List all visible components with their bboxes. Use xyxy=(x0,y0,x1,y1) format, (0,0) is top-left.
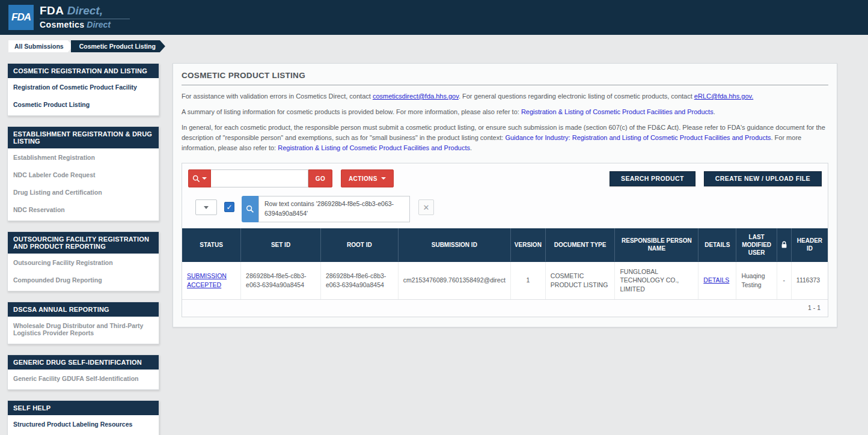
report-region: GO ACTIONS SEARCH PRODUCT CREATE NEW / U… xyxy=(182,163,828,317)
paragraph-text: A summary of listing information for cos… xyxy=(182,108,521,115)
brand-block: FDA Direct, Cosmetics Direct xyxy=(40,5,130,29)
results-table: STATUS SET ID ROOT ID SUBMISSION ID VERS… xyxy=(182,228,828,300)
brand-fda: FDA xyxy=(40,4,64,17)
breadcrumb-cosmetic-product-listing[interactable]: Cosmetic Product Listing xyxy=(71,40,165,52)
chevron-down-icon xyxy=(202,177,207,180)
sidebar-item-establishment-registration: Establishment Registration xyxy=(8,148,159,166)
col-header-document-type[interactable]: DOCUMENT TYPE xyxy=(545,228,615,262)
sidebar-item-registration-of-cosmetic-product-facility[interactable]: Registration of Cosmetic Product Facilit… xyxy=(8,78,159,96)
cell-root-id: 286928b4-f8e6-c8b3-e063-6394a90a8454 xyxy=(320,261,398,299)
actions-label: ACTIONS xyxy=(349,175,377,182)
cell-submission-id: cm2153476089.7601358492@direct xyxy=(398,261,510,299)
brand-cosmetics: Cosmetics xyxy=(40,20,84,29)
breadcrumb-all-submissions[interactable]: All Submissions xyxy=(8,40,73,52)
table-header-row: STATUS SET ID ROOT ID SUBMISSION ID VERS… xyxy=(182,228,828,262)
search-column-dropdown-button[interactable] xyxy=(188,169,211,187)
paragraph-text: For assistance with validation errors in… xyxy=(182,93,373,100)
sidebar-item-compounded-drug-reporting: Compounded Drug Reporting xyxy=(8,271,159,288)
section-title: DSCSA ANNUAL REPORTING xyxy=(8,302,159,317)
filter-search-icon-box xyxy=(242,196,258,222)
actions-button[interactable]: ACTIONS xyxy=(341,169,394,187)
col-header-submission-id[interactable]: SUBMISSION ID xyxy=(398,228,510,262)
filter-actions-dropdown[interactable] xyxy=(195,199,217,215)
create-new-upload-file-button[interactable]: CREATE NEW / UPLOAD FILE xyxy=(704,171,822,186)
sidebar-item-cosmetic-product-listing[interactable]: Cosmetic Product Listing xyxy=(8,96,159,113)
search-input[interactable] xyxy=(211,169,308,187)
filter-condition-text[interactable]: Row text contains '286928b4-f8e5-c8b3-e0… xyxy=(258,196,410,222)
sidebar-item-unii-search[interactable]: UNII Search xyxy=(8,433,159,435)
section-title: OUTSOURCING FACILITY REGISTRATION AND PR… xyxy=(8,232,159,254)
link-registration-listing-2[interactable]: Registration & Listing of Cosmetic Produ… xyxy=(278,144,470,151)
submission-accepted-link[interactable]: SUBMISSION ACCEPTED xyxy=(187,272,227,288)
col-header-details[interactable]: DETAILS xyxy=(698,228,736,262)
sidebar-item-drug-listing-certification: Drug Listing and Certification xyxy=(8,183,159,201)
table-row: SUBMISSION ACCEPTED 286928b4-f8e5-c8b3-e… xyxy=(182,261,828,299)
lock-icon xyxy=(781,241,787,249)
paragraph-text: . xyxy=(714,108,715,115)
details-link[interactable]: DETAILS xyxy=(703,276,729,284)
search-product-button[interactable]: SEARCH PRODUCT xyxy=(610,171,695,186)
sidebar-item-spl-resources[interactable]: Structured Product Labeling Resources xyxy=(8,415,159,433)
remove-filter-button[interactable]: ✕ xyxy=(418,199,434,215)
col-header-root-id[interactable]: ROOT ID xyxy=(320,228,398,262)
section-title: ESTABLISHMENT REGISTRATION & DRUG LISTIN… xyxy=(8,127,159,148)
app-header: FDA FDA Direct, Cosmetics Direct xyxy=(0,0,868,35)
brand-direct: Direct, xyxy=(67,4,103,17)
sidebar-section-establishment-registration: ESTABLISHMENT REGISTRATION & DRUG LISTIN… xyxy=(7,126,159,221)
section-title: GENERIC DRUG SELF-IDENTIFICATION xyxy=(8,355,159,370)
col-header-header-id[interactable]: HEADER ID xyxy=(791,228,828,262)
section-title: SELF HELP xyxy=(8,401,159,415)
col-header-version[interactable]: VERSION xyxy=(510,228,545,262)
col-header-responsible-person-name[interactable]: RESPONSIBLE PERSON NAME xyxy=(615,228,698,262)
sidebar-section-outsourcing-facility: OUTSOURCING FACILITY REGISTRATION AND PR… xyxy=(7,231,159,291)
cell-last-modified-user: Huaqing Testing xyxy=(736,261,777,299)
sidebar-item-ndc-reservation: NDC Reservation xyxy=(8,201,159,218)
link-erlc-email[interactable]: eRLC@fda.hhs.gov. xyxy=(694,93,753,100)
brand-direct2: Direct xyxy=(87,20,111,29)
sidebar-item-outsourcing-facility-registration: Outsourcing Facility Registration xyxy=(8,254,159,271)
intro-paragraph-2: A summary of listing information for cos… xyxy=(182,107,828,117)
cell-status: SUBMISSION ACCEPTED xyxy=(182,261,241,299)
cell-details: DETAILS xyxy=(698,261,736,299)
title-divider xyxy=(182,85,828,85)
cell-lock: - xyxy=(777,261,791,299)
sidebar-section-dscsa: DSCSA ANNUAL REPORTING Wholesale Drug Di… xyxy=(7,302,159,344)
filter-row: ✓ Row text contains '286928b4-f8e5-c8b3-… xyxy=(182,192,828,228)
col-header-last-modified-user[interactable]: LAST MODIFIED USER xyxy=(736,228,777,262)
search-toolbar: GO ACTIONS SEARCH PRODUCT CREATE NEW / U… xyxy=(182,163,828,192)
search-icon xyxy=(246,205,254,213)
cell-header-id: 1116373 xyxy=(791,261,828,299)
paragraph-text: . For general questions regarding electr… xyxy=(459,93,694,100)
col-header-lock[interactable] xyxy=(777,228,791,262)
fda-logo: FDA xyxy=(8,5,34,30)
col-header-set-id[interactable]: SET ID xyxy=(241,228,321,262)
link-registration-listing-1[interactable]: Registration & Listing of Cosmetic Produ… xyxy=(521,108,714,115)
brand-divider xyxy=(40,19,130,19)
cell-set-id: 286928b4-f8e5-c8b3-e063-6394a90a8454 xyxy=(241,261,321,299)
sidebar-item-wholesale-drug-distributor: Wholesale Drug Distributor and Third-Par… xyxy=(8,317,159,341)
go-button[interactable]: GO xyxy=(308,169,332,187)
sidebar-section-self-help: SELF HELP Structured Product Labeling Re… xyxy=(7,400,159,435)
search-icon xyxy=(192,175,200,183)
section-title: COSMETIC REGISTRATION AND LISTING xyxy=(8,64,159,78)
main-panel: COSMETIC PRODUCT LISTING For assistance … xyxy=(173,63,837,327)
sidebar: COSMETIC REGISTRATION AND LISTING Regist… xyxy=(7,63,159,435)
sidebar-item-gdufa-self-identification: Generic Facility GDUFA Self-Identificati… xyxy=(8,370,159,387)
link-guidance-for-industry[interactable]: Guidance for Industry: Registration and … xyxy=(505,134,771,141)
cell-document-type: COSMETIC PRODUCT LISTING xyxy=(545,261,615,299)
col-header-status[interactable]: STATUS xyxy=(182,228,241,262)
chevron-down-icon xyxy=(204,206,209,209)
intro-paragraph-3: In general, for each cosmetic product, t… xyxy=(182,123,828,153)
cell-responsible-person: FUNGLOBAL TECHNOLOGY CO., LIMITED xyxy=(615,261,698,299)
sidebar-section-generic-drug: GENERIC DRUG SELF-IDENTIFICATION Generic… xyxy=(7,354,159,390)
paragraph-text: . xyxy=(470,144,472,151)
cell-version: 1 xyxy=(510,261,545,299)
intro-paragraph-1: For assistance with validation errors in… xyxy=(182,91,828,102)
sidebar-item-ndc-labeler-code-request: NDC Labeler Code Request xyxy=(8,166,159,183)
link-cosmeticsdirect-email[interactable]: cosmeticsdirect@fda.hhs.gov xyxy=(373,93,459,100)
pagination-label: 1 - 1 xyxy=(182,300,828,317)
filter-chip: Row text contains '286928b4-f8e5-c8b3-e0… xyxy=(242,196,410,222)
chevron-down-icon xyxy=(381,177,386,180)
filter-enabled-checkbox[interactable]: ✓ xyxy=(224,202,234,212)
breadcrumb: All Submissions Cosmetic Product Listing xyxy=(0,35,868,57)
